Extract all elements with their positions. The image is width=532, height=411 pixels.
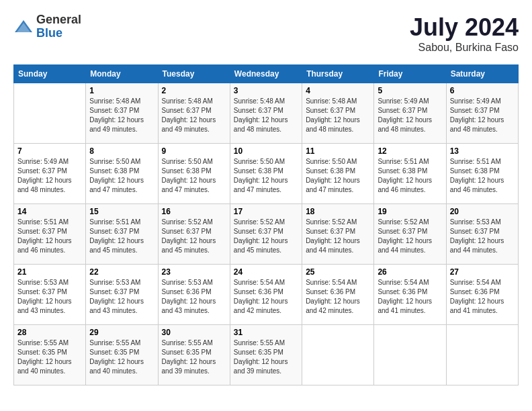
calendar-week-row: 14Sunrise: 5:51 AMSunset: 6:37 PMDayligh… xyxy=(14,204,519,265)
day-number: 8 xyxy=(89,146,154,156)
logo: General Blue xyxy=(13,13,81,40)
day-number: 13 xyxy=(450,146,515,156)
calendar-cell: 18Sunrise: 5:52 AMSunset: 6:37 PMDayligh… xyxy=(302,204,374,265)
day-number: 24 xyxy=(234,267,298,277)
day-number: 4 xyxy=(306,86,370,95)
calendar-cell: 29Sunrise: 5:55 AMSunset: 6:35 PMDayligh… xyxy=(86,325,158,385)
logo-text: General Blue xyxy=(36,13,81,40)
calendar-cell: 8Sunrise: 5:50 AMSunset: 6:38 PMDaylight… xyxy=(86,144,158,204)
day-info: Sunrise: 5:51 AMSunset: 6:38 PMDaylight:… xyxy=(450,157,515,195)
day-number: 30 xyxy=(162,328,226,337)
calendar-cell: 19Sunrise: 5:52 AMSunset: 6:37 PMDayligh… xyxy=(374,204,446,265)
day-number: 10 xyxy=(234,146,298,156)
day-info: Sunrise: 5:53 AMSunset: 6:37 PMDaylight:… xyxy=(17,278,82,316)
day-info: Sunrise: 5:49 AMSunset: 6:37 PMDaylight:… xyxy=(378,97,442,134)
day-number: 6 xyxy=(450,86,515,95)
logo-general: General xyxy=(36,13,81,26)
day-info: Sunrise: 5:54 AMSunset: 6:36 PMDaylight:… xyxy=(378,278,442,316)
day-info: Sunrise: 5:54 AMSunset: 6:36 PMDaylight:… xyxy=(234,278,298,316)
day-number: 9 xyxy=(162,146,226,156)
calendar-cell: 26Sunrise: 5:54 AMSunset: 6:36 PMDayligh… xyxy=(374,265,446,325)
calendar-cell: 2Sunrise: 5:48 AMSunset: 6:37 PMDaylight… xyxy=(158,83,230,144)
calendar-cell xyxy=(14,83,86,144)
month-title: July 2024 xyxy=(410,13,519,42)
calendar-cell: 5Sunrise: 5:49 AMSunset: 6:37 PMDaylight… xyxy=(374,83,446,144)
calendar-cell: 21Sunrise: 5:53 AMSunset: 6:37 PMDayligh… xyxy=(14,265,86,325)
day-info: Sunrise: 5:50 AMSunset: 6:38 PMDaylight:… xyxy=(234,157,298,195)
calendar-cell: 23Sunrise: 5:53 AMSunset: 6:36 PMDayligh… xyxy=(158,265,230,325)
calendar-cell: 30Sunrise: 5:55 AMSunset: 6:35 PMDayligh… xyxy=(158,325,230,385)
day-info: Sunrise: 5:51 AMSunset: 6:37 PMDaylight:… xyxy=(89,218,154,255)
logo-icon xyxy=(13,19,34,35)
calendar-week-row: 28Sunrise: 5:55 AMSunset: 6:35 PMDayligh… xyxy=(14,325,519,385)
calendar-cell: 27Sunrise: 5:54 AMSunset: 6:36 PMDayligh… xyxy=(446,265,518,325)
day-info: Sunrise: 5:48 AMSunset: 6:37 PMDaylight:… xyxy=(89,97,154,134)
calendar-cell: 28Sunrise: 5:55 AMSunset: 6:35 PMDayligh… xyxy=(14,325,86,385)
weekday-header: Sunday xyxy=(14,65,86,83)
day-number: 18 xyxy=(306,207,370,216)
day-info: Sunrise: 5:55 AMSunset: 6:35 PMDaylight:… xyxy=(162,338,226,376)
day-number: 29 xyxy=(89,328,154,337)
calendar-cell: 31Sunrise: 5:55 AMSunset: 6:35 PMDayligh… xyxy=(230,325,302,385)
calendar-cell: 7Sunrise: 5:49 AMSunset: 6:37 PMDaylight… xyxy=(14,144,86,204)
calendar-cell xyxy=(374,325,446,385)
calendar-cell: 16Sunrise: 5:52 AMSunset: 6:37 PMDayligh… xyxy=(158,204,230,265)
day-info: Sunrise: 5:48 AMSunset: 6:37 PMDaylight:… xyxy=(234,97,298,134)
calendar-cell: 6Sunrise: 5:49 AMSunset: 6:37 PMDaylight… xyxy=(446,83,518,144)
calendar-cell: 25Sunrise: 5:54 AMSunset: 6:36 PMDayligh… xyxy=(302,265,374,325)
day-info: Sunrise: 5:52 AMSunset: 6:37 PMDaylight:… xyxy=(234,218,298,255)
day-info: Sunrise: 5:52 AMSunset: 6:37 PMDaylight:… xyxy=(306,218,370,255)
location-subtitle: Sabou, Burkina Faso xyxy=(410,42,519,54)
day-info: Sunrise: 5:53 AMSunset: 6:37 PMDaylight:… xyxy=(450,218,515,255)
calendar-cell: 12Sunrise: 5:51 AMSunset: 6:38 PMDayligh… xyxy=(374,144,446,204)
calendar-cell: 1Sunrise: 5:48 AMSunset: 6:37 PMDaylight… xyxy=(86,83,158,144)
calendar-cell: 15Sunrise: 5:51 AMSunset: 6:37 PMDayligh… xyxy=(86,204,158,265)
day-number: 26 xyxy=(378,267,442,277)
logo-blue: Blue xyxy=(36,26,62,40)
day-number: 27 xyxy=(450,267,515,277)
weekday-header: Monday xyxy=(86,65,158,83)
day-number: 14 xyxy=(17,207,82,216)
calendar-cell: 20Sunrise: 5:53 AMSunset: 6:37 PMDayligh… xyxy=(446,204,518,265)
calendar-cell xyxy=(446,325,518,385)
day-number: 25 xyxy=(306,267,370,277)
weekday-header: Friday xyxy=(374,65,446,83)
day-info: Sunrise: 5:55 AMSunset: 6:35 PMDaylight:… xyxy=(89,338,154,376)
day-number: 20 xyxy=(450,207,515,216)
day-number: 2 xyxy=(162,86,226,95)
weekday-header: Wednesday xyxy=(230,65,302,83)
weekday-header: Thursday xyxy=(302,65,374,83)
day-info: Sunrise: 5:54 AMSunset: 6:36 PMDaylight:… xyxy=(306,278,370,316)
day-info: Sunrise: 5:52 AMSunset: 6:37 PMDaylight:… xyxy=(162,218,226,255)
day-info: Sunrise: 5:55 AMSunset: 6:35 PMDaylight:… xyxy=(17,338,82,376)
calendar-week-row: 7Sunrise: 5:49 AMSunset: 6:37 PMDaylight… xyxy=(14,144,519,204)
day-number: 12 xyxy=(378,146,442,156)
day-number: 19 xyxy=(378,207,442,216)
day-number: 15 xyxy=(89,207,154,216)
day-number: 23 xyxy=(162,267,226,277)
calendar-cell: 22Sunrise: 5:53 AMSunset: 6:37 PMDayligh… xyxy=(86,265,158,325)
calendar-cell: 24Sunrise: 5:54 AMSunset: 6:36 PMDayligh… xyxy=(230,265,302,325)
day-info: Sunrise: 5:48 AMSunset: 6:37 PMDaylight:… xyxy=(162,97,226,134)
day-info: Sunrise: 5:49 AMSunset: 6:37 PMDaylight:… xyxy=(450,97,515,134)
day-info: Sunrise: 5:48 AMSunset: 6:37 PMDaylight:… xyxy=(306,97,370,134)
calendar-cell: 14Sunrise: 5:51 AMSunset: 6:37 PMDayligh… xyxy=(14,204,86,265)
day-number: 28 xyxy=(17,328,82,337)
day-info: Sunrise: 5:55 AMSunset: 6:35 PMDaylight:… xyxy=(234,338,298,376)
calendar-week-row: 1Sunrise: 5:48 AMSunset: 6:37 PMDaylight… xyxy=(14,83,519,144)
calendar-cell xyxy=(302,325,374,385)
weekday-header: Tuesday xyxy=(158,65,230,83)
calendar-week-row: 21Sunrise: 5:53 AMSunset: 6:37 PMDayligh… xyxy=(14,265,519,325)
day-info: Sunrise: 5:53 AMSunset: 6:36 PMDaylight:… xyxy=(162,278,226,316)
day-number: 16 xyxy=(162,207,226,216)
day-info: Sunrise: 5:50 AMSunset: 6:38 PMDaylight:… xyxy=(306,157,370,195)
calendar-cell: 13Sunrise: 5:51 AMSunset: 6:38 PMDayligh… xyxy=(446,144,518,204)
weekday-header-row: SundayMondayTuesdayWednesdayThursdayFrid… xyxy=(14,65,519,83)
day-number: 3 xyxy=(234,86,298,95)
day-info: Sunrise: 5:51 AMSunset: 6:38 PMDaylight:… xyxy=(378,157,442,195)
calendar-cell: 4Sunrise: 5:48 AMSunset: 6:37 PMDaylight… xyxy=(302,83,374,144)
day-number: 17 xyxy=(234,207,298,216)
day-info: Sunrise: 5:54 AMSunset: 6:36 PMDaylight:… xyxy=(450,278,515,316)
calendar-cell: 17Sunrise: 5:52 AMSunset: 6:37 PMDayligh… xyxy=(230,204,302,265)
calendar-table: SundayMondayTuesdayWednesdayThursdayFrid… xyxy=(13,64,519,385)
